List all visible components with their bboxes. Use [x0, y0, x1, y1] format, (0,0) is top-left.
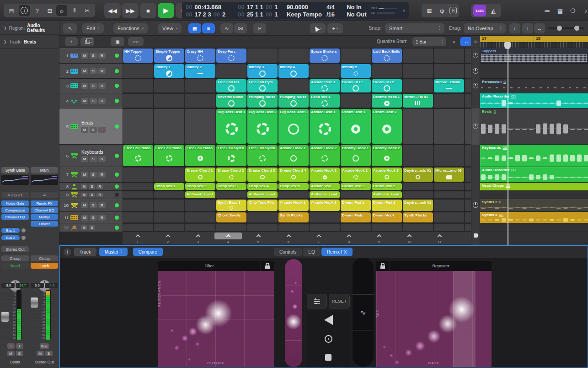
empty-cell[interactable] — [154, 168, 184, 182]
mute-button[interactable]: M — [81, 193, 87, 197]
send-knob[interactable] — [21, 228, 26, 233]
track-header[interactable]: 7MSR — [59, 167, 123, 182]
stop-button[interactable]: ■ — [140, 3, 156, 18]
forward-button[interactable]: ▶▶ — [122, 3, 139, 18]
secondary-tool-menu[interactable]: +˅ — [327, 23, 343, 33]
empty-cell[interactable] — [341, 49, 371, 63]
lcd-section[interactable]: 4/4/16 — [326, 4, 342, 18]
arrange-lane[interactable] — [480, 191, 588, 199]
loop-cell[interactable]: Dream Chord 4 — [278, 168, 309, 182]
empty-cell[interactable] — [154, 94, 184, 108]
eq-thumbnail[interactable] — [31, 175, 58, 185]
playhead[interactable] — [508, 42, 508, 245]
loop-cell[interactable]: Chop Vox 3 — [216, 183, 246, 190]
loop-cell[interactable]: Simple Topper — [154, 49, 184, 63]
input-setting[interactable]: ∞Input 1 — [1, 192, 29, 198]
media-browser-icon[interactable]: ♪ — [580, 5, 588, 16]
mute-button[interactable]: M — [81, 172, 88, 178]
loop-cell[interactable]: Laid Back Bells — [372, 49, 402, 63]
track-scope-button[interactable]: Track — [74, 248, 96, 256]
arrange-lane[interactable]: PercussionΩ — [480, 79, 588, 93]
empty-cell[interactable] — [278, 79, 309, 92]
plugin-slot[interactable]: Limiter — [31, 221, 58, 227]
loop-browser-icon[interactable]: ❍ — [567, 5, 578, 16]
tab-controls[interactable]: Controls — [274, 248, 302, 256]
plugin-slot[interactable]: Remix FX — [31, 200, 58, 206]
empty-cell[interactable] — [154, 200, 184, 211]
mute-button[interactable]: M — [81, 202, 88, 208]
track-header[interactable]: 11MSR — [59, 212, 123, 223]
loop-cell[interactable]: Chord Swells — [216, 212, 246, 222]
loop-cell[interactable]: Chop Vox 2 — [185, 183, 215, 190]
empty-cell[interactable] — [247, 224, 278, 231]
tracks-view-button[interactable]: ≡ — [202, 23, 215, 33]
grid-view-button[interactable]: ▦ — [188, 23, 201, 33]
arrange-lane[interactable]: Synths 2Ω — [480, 199, 588, 212]
empty-cell[interactable] — [403, 109, 433, 144]
repeater-lock-button[interactable] — [376, 261, 390, 271]
track-header[interactable]: 3MSR — [59, 79, 123, 93]
empty-cell[interactable] — [247, 212, 278, 222]
group-slot[interactable]: Group — [1, 255, 29, 261]
empty-cell[interactable] — [434, 200, 464, 211]
empty-cell[interactable] — [465, 49, 471, 63]
empty-cell[interactable] — [465, 212, 471, 222]
automation-curve-icon[interactable]: ∿ — [220, 23, 233, 33]
solo-icon[interactable]: S — [449, 7, 457, 14]
empty-cell[interactable] — [403, 224, 433, 231]
automation-mode-button[interactable]: Latch — [31, 263, 58, 269]
scene-trigger[interactable]: 10 — [394, 232, 424, 244]
arrange-lane[interactable]: Audio RecorderΩΩ — [480, 93, 588, 108]
empty-cell[interactable] — [403, 183, 433, 190]
cell-edit-button[interactable]: ▣ — [111, 37, 124, 46]
empty-cell[interactable] — [465, 183, 471, 190]
empty-cell[interactable] — [465, 64, 471, 78]
loop-cell[interactable]: Arcade Hook 1 — [310, 168, 340, 182]
mute-button[interactable]: M — [81, 53, 88, 59]
quick-help-icon[interactable]: ? — [32, 5, 43, 16]
loop-cell[interactable]: Synth Plucks — [278, 212, 309, 222]
solo-button[interactable]: S — [90, 156, 97, 162]
solo-button[interactable]: S — [89, 193, 95, 197]
loop-cell[interactable]: Anthemic Lead — [310, 191, 340, 198]
pointer-tool-menu[interactable]: ˅ — [310, 23, 326, 33]
empty-cell[interactable] — [465, 145, 471, 166]
stop-all-cells-button[interactable] — [474, 233, 478, 238]
empty-cell[interactable] — [465, 94, 471, 108]
loop-cell[interactable]: Arcade Hook 1 — [278, 200, 309, 211]
lcd-section[interactable]: 90.0000Keep Tempo — [287, 4, 322, 18]
plugin-slot[interactable]: Noise Gate — [1, 200, 29, 206]
empty-cell[interactable] — [185, 212, 215, 222]
empty-cell[interactable] — [403, 79, 433, 92]
empty-cell[interactable] — [154, 224, 184, 231]
empty-cell[interactable] — [465, 224, 471, 231]
scene-trigger[interactable]: 11 — [424, 232, 454, 244]
loop-cell[interactable]: Chop Vox 1 — [154, 183, 184, 190]
empty-cell[interactable] — [434, 94, 464, 108]
loop-cell[interactable]: Arcade Hook 2 — [341, 168, 371, 182]
send-knob[interactable] — [21, 236, 26, 240]
empty-cell[interactable] — [403, 49, 433, 63]
track-header[interactable]: 12MS — [59, 223, 123, 232]
catch-playhead-icon[interactable]: ◑ — [448, 37, 459, 46]
loop-cell[interactable]: Big Bass Beat 1 — [216, 109, 246, 144]
empty-cell[interactable] — [185, 79, 215, 92]
input-setting[interactable]: ∞ — [31, 192, 58, 198]
empty-cell[interactable] — [123, 191, 153, 198]
empty-cell[interactable] — [278, 224, 309, 231]
bar-ruler[interactable]: 17 18 — [480, 36, 588, 42]
empty-cell[interactable] — [154, 212, 184, 222]
record-enable-button[interactable]: R — [98, 83, 106, 89]
playhead-marker[interactable] — [504, 42, 511, 49]
loop-cell[interactable]: Daydre...ads 01 — [403, 168, 433, 182]
reverse-button[interactable] — [307, 311, 350, 329]
list-editors-icon[interactable]: ≔ — [542, 5, 553, 16]
strip-title[interactable]: Synth Bass — [1, 167, 29, 173]
loop-cell[interactable]: Arcade Hook 1 — [278, 145, 309, 166]
loop-cell[interactable]: Dreamy Hook 2 — [372, 145, 402, 166]
gater-slider[interactable] — [285, 259, 302, 367]
solo-button[interactable]: S — [90, 83, 97, 89]
loop-cell[interactable]: Free Fall Piano — [123, 145, 153, 166]
mute-button[interactable]: M — [81, 225, 87, 230]
empty-cell[interactable] — [434, 145, 464, 166]
